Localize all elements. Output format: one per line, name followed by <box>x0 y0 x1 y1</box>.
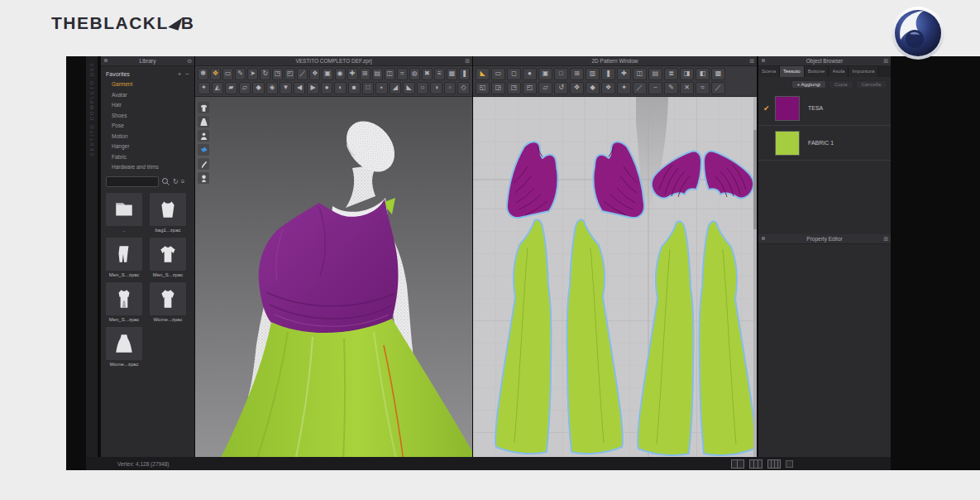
tool-icon[interactable]: ◭ <box>212 82 224 94</box>
tool-icon[interactable]: ◲ <box>491 82 505 94</box>
tool-icon[interactable]: ≡ <box>434 68 445 80</box>
tool-icon[interactable]: ▥ <box>586 68 600 80</box>
layout-split-2-icon[interactable] <box>749 459 762 469</box>
viewport-3d-canvas[interactable] <box>195 97 472 461</box>
tool-icon[interactable]: ❚ <box>601 68 615 80</box>
tool-icon[interactable]: ↻ <box>260 68 270 80</box>
tool-icon[interactable]: ◱ <box>476 82 490 94</box>
library-item-avatar[interactable]: Avatar <box>101 90 194 101</box>
library-item-motion[interactable]: Motion <box>101 132 194 142</box>
tool-icon[interactable]: ◫ <box>633 68 647 80</box>
tool-icon[interactable]: ◀ <box>294 82 306 94</box>
tool-icon[interactable]: ○ <box>417 82 429 94</box>
tool-icon[interactable]: ✎ <box>664 82 678 94</box>
library-item-fabric[interactable]: Fabric <box>101 152 194 163</box>
tool-icon[interactable]: □ <box>362 82 375 94</box>
tool-icon[interactable]: ▼ <box>280 82 292 94</box>
add-favorite-icon[interactable]: + <box>178 70 182 78</box>
tool-icon[interactable]: ▰ <box>225 82 237 94</box>
tool-icon[interactable]: ▱ <box>538 82 552 94</box>
show-garment-icon[interactable] <box>198 102 209 113</box>
tool-icon[interactable]: ✚ <box>347 68 358 80</box>
tool-icon[interactable]: ▩ <box>711 68 725 80</box>
tab-asola[interactable]: Asola <box>829 66 849 77</box>
library-thumbnail[interactable]: .. <box>105 192 143 233</box>
library-item-hanger[interactable]: Hanger <box>101 142 194 152</box>
tool-icon[interactable]: ◍ <box>409 68 420 80</box>
tool-icon[interactable]: ◈ <box>266 82 279 94</box>
tab-scena[interactable]: Scena <box>758 66 780 77</box>
library-thumbnail[interactable]: Men_S...zpac <box>149 237 187 278</box>
tool-icon[interactable]: ✎ <box>235 68 246 80</box>
show-garment-style-icon[interactable] <box>198 116 209 127</box>
tab-tessuto[interactable]: Tessuto <box>780 66 805 77</box>
tool-icon[interactable]: ↺ <box>554 82 568 94</box>
tool-icon[interactable]: ▣ <box>322 68 332 80</box>
tool-icon[interactable]: ◉ <box>335 68 346 80</box>
tool-icon[interactable]: ／ <box>633 82 647 94</box>
show-arm-icon[interactable] <box>198 158 209 170</box>
tool-icon[interactable]: ▱ <box>239 82 251 94</box>
tool-icon[interactable]: ⊞ <box>570 68 584 80</box>
tool-icon[interactable]: ▪ <box>375 82 388 94</box>
tab-bottone[interactable]: Bottone <box>805 66 829 77</box>
show-avatar-icon[interactable] <box>198 130 209 142</box>
tool-icon[interactable]: ✖ <box>422 68 433 80</box>
tool-icon[interactable]: □ <box>554 68 568 80</box>
search-icon[interactable] <box>161 177 170 186</box>
layout-collapse-icon[interactable] <box>786 460 793 468</box>
tool-icon[interactable]: ◣ <box>403 82 415 94</box>
favorites-row[interactable]: Favorites + − <box>101 69 194 79</box>
tool-icon[interactable]: ▭ <box>491 68 505 80</box>
tool-icon[interactable]: ▣ <box>538 68 552 80</box>
tool-icon[interactable]: ✚ <box>617 68 631 80</box>
tool-icon[interactable]: ▤ <box>648 68 662 80</box>
tool-icon[interactable]: ● <box>523 68 537 80</box>
tool-icon[interactable]: ❚ <box>459 68 470 80</box>
fabric-checkmark-icon[interactable]: ✔ <box>763 104 775 113</box>
expand-icon[interactable]: ⊞ <box>749 57 754 65</box>
tool-icon[interactable]: ◨ <box>680 68 694 80</box>
scrollbar-vertical[interactable] <box>753 97 757 461</box>
library-item-pose[interactable]: Pose <box>101 121 194 132</box>
library-item-shoes[interactable]: Shoes <box>101 111 194 122</box>
list-view-icon[interactable]: ≡ <box>181 178 185 185</box>
library-thumbnail[interactable]: Men_S...zpac <box>105 237 143 278</box>
pattern-2d-canvas[interactable] <box>473 97 757 461</box>
fabric-row[interactable]: ✔TESA <box>758 91 891 126</box>
library-thumbnail[interactable]: Wome...zpac <box>105 326 143 368</box>
tool-icon[interactable]: ■ <box>348 82 361 94</box>
delete-fabric-button[interactable]: Cancella <box>856 80 887 89</box>
tool-icon[interactable]: ▦ <box>447 68 457 80</box>
expand-icon[interactable]: ⊞ <box>883 235 888 243</box>
tool-icon[interactable]: ✦ <box>198 82 210 94</box>
tool-icon[interactable]: ◢ <box>390 82 402 94</box>
panel-dock-icon[interactable] <box>762 59 765 62</box>
layout-2d-3d-icon[interactable] <box>731 459 744 469</box>
library-item-hair[interactable]: Hair <box>101 100 194 111</box>
tool-icon[interactable]: ◆ <box>586 82 600 94</box>
tool-icon[interactable]: ▭ <box>222 68 233 80</box>
tool-icon[interactable]: ❖ <box>601 82 615 94</box>
library-thumbnail[interactable]: Men_S...zpac <box>105 281 143 323</box>
tool-icon[interactable]: ／ <box>711 82 725 94</box>
show-head-icon[interactable] <box>198 172 209 184</box>
tool-icon[interactable]: ✥ <box>570 82 584 94</box>
tool-icon[interactable]: ◇ <box>457 82 470 94</box>
tool-icon[interactable]: ◣ <box>476 68 490 80</box>
tool-icon[interactable]: ◫ <box>385 68 395 80</box>
tool-icon[interactable]: ✦ <box>617 82 631 94</box>
tool-icon[interactable]: ◑ <box>430 82 442 94</box>
library-item-garment[interactable]: Garment <box>101 79 194 90</box>
tool-icon[interactable]: ◆ <box>252 82 265 94</box>
tool-icon[interactable]: ➤ <box>247 68 258 80</box>
add-fabric-button[interactable]: + Aggiungi <box>791 80 826 89</box>
panel-dock-icon[interactable] <box>104 59 108 62</box>
tool-icon[interactable]: ≈ <box>696 82 710 94</box>
show-fabric-icon[interactable] <box>198 144 209 156</box>
library-thumbnail[interactable]: bag1...zpac <box>149 192 187 233</box>
tool-icon[interactable]: ◰ <box>284 68 295 80</box>
tool-icon[interactable]: ◰ <box>523 82 537 94</box>
layout-split-3-icon[interactable] <box>767 459 781 469</box>
tool-icon[interactable]: ● <box>321 82 333 94</box>
